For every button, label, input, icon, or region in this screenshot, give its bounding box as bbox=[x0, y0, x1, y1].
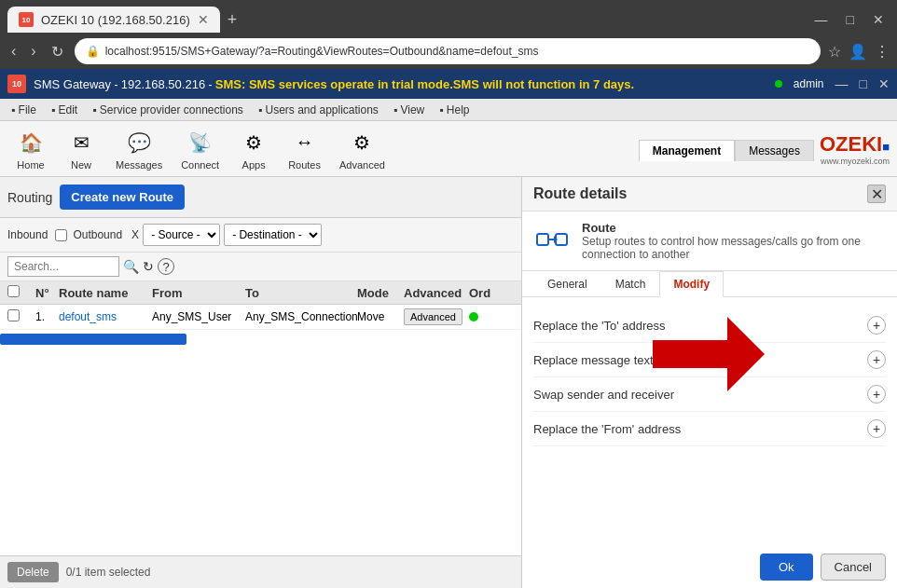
messages-tab-btn[interactable]: Messages bbox=[735, 140, 814, 161]
row-mode: Move bbox=[357, 310, 404, 323]
app-title: SMS Gateway - 192.168.50.216 - SMS: SMS … bbox=[34, 77, 634, 91]
row-from: Any_SMS_User bbox=[152, 310, 245, 323]
menu-edit[interactable]: ▪ Edit bbox=[44, 102, 85, 118]
menu-help[interactable]: ▪ Help bbox=[432, 102, 476, 118]
home-icon: 🏠 bbox=[16, 128, 46, 157]
route-name-link[interactable]: defout_sms bbox=[59, 310, 152, 323]
menu-view[interactable]: ▪ View bbox=[386, 102, 432, 118]
toolbar-advanced-btn[interactable]: ⚙ Advanced bbox=[332, 124, 393, 174]
route-details-header: Route details ✕ bbox=[522, 177, 897, 212]
toolbar-routes-btn[interactable]: ↔ Routes bbox=[281, 124, 328, 174]
new-tab-btn[interactable]: + bbox=[228, 10, 238, 30]
ok-btn[interactable]: Ok bbox=[760, 554, 813, 581]
outbound-x-btn[interactable]: X bbox=[131, 228, 139, 241]
toolbar-apps-btn[interactable]: ⚙ Apps bbox=[230, 124, 277, 174]
app-close-btn[interactable]: ✕ bbox=[878, 76, 890, 91]
new-label: New bbox=[71, 159, 91, 171]
toolbar: 🏠 Home ✉ New 💬 Messages 📡 Connect ⚙ bbox=[0, 121, 897, 177]
option-msg-btn[interactable]: + bbox=[867, 350, 886, 369]
create-route-btn[interactable]: Create new Route bbox=[60, 185, 185, 210]
admin-label: admin bbox=[794, 77, 824, 90]
menu-service[interactable]: ▪ Service provider connections bbox=[85, 102, 251, 118]
profile-btn[interactable]: 👤 bbox=[849, 43, 867, 61]
toolbar-connect-btn[interactable]: 📡 Connect bbox=[173, 124, 227, 174]
table-row: 1. defout_sms Any_SMS_User Any_SMS_Conne… bbox=[0, 305, 521, 330]
refresh-btn[interactable]: ↻ bbox=[143, 259, 154, 274]
route-desc: Setup routes to control how messages/cal… bbox=[582, 235, 862, 261]
svg-rect-0 bbox=[537, 234, 548, 245]
col-header-from: From bbox=[152, 286, 245, 300]
tab-modify[interactable]: Modify bbox=[659, 271, 724, 297]
ozeki-url: www.myozeki.com bbox=[820, 157, 890, 166]
app-minimize-btn[interactable]: — bbox=[835, 76, 849, 91]
col-header-n: N° bbox=[35, 286, 59, 300]
app-icon: 10 bbox=[7, 75, 26, 93]
connect-icon: 📡 bbox=[186, 128, 215, 157]
route-option-from-address: Replace the 'From' address + bbox=[533, 412, 886, 446]
tab-general[interactable]: General bbox=[533, 271, 601, 297]
bookmark-btn[interactable]: ☆ bbox=[828, 43, 841, 61]
search-input[interactable] bbox=[7, 256, 119, 277]
option-to-label: Replace the 'To' address bbox=[533, 319, 666, 333]
messages-icon: 💬 bbox=[124, 128, 154, 157]
option-from-btn[interactable]: + bbox=[867, 419, 886, 438]
search-btn[interactable]: 🔍 bbox=[123, 259, 139, 274]
option-from-label: Replace the 'From' address bbox=[533, 422, 681, 436]
destination-select[interactable]: - Destination - bbox=[224, 224, 322, 246]
tab-close-btn[interactable]: ✕ bbox=[198, 12, 209, 27]
lock-icon: 🔒 bbox=[86, 45, 100, 58]
management-tab-btn[interactable]: Management bbox=[639, 140, 735, 161]
col-header-to: To bbox=[245, 286, 357, 300]
apps-icon: ⚙ bbox=[239, 128, 269, 157]
browser-maximize-btn[interactable]: □ bbox=[841, 10, 860, 29]
tab-match[interactable]: Match bbox=[601, 271, 660, 297]
route-info-icon bbox=[533, 221, 571, 258]
toolbar-home-btn[interactable]: 🏠 Home bbox=[7, 124, 54, 174]
address-bar[interactable]: 🔒 localhost:9515/SMS+Gateway/?a=Routing&… bbox=[75, 38, 821, 64]
col-header-ord: Ord bbox=[469, 286, 497, 300]
source-select[interactable]: - Source - bbox=[143, 224, 220, 246]
row-checkbox[interactable] bbox=[7, 309, 20, 321]
toolbar-messages-btn[interactable]: 💬 Messages bbox=[108, 124, 170, 174]
ozeki-logo: OZEKI■ bbox=[820, 132, 890, 157]
forward-btn[interactable]: › bbox=[27, 41, 39, 62]
delete-btn[interactable]: Delete bbox=[7, 562, 59, 582]
menu-file[interactable]: ▪ File bbox=[4, 102, 44, 118]
routing-header: Routing Create new Route bbox=[0, 177, 521, 218]
search-bar: 🔍 ↻ ? bbox=[0, 253, 521, 281]
close-panel-btn[interactable]: ✕ bbox=[867, 185, 886, 203]
route-option-message-text: Replace message text + bbox=[533, 343, 886, 377]
routes-label: Routes bbox=[288, 159, 321, 171]
browser-close-btn[interactable]: ✕ bbox=[867, 10, 890, 29]
option-swap-label: Swap sender and receiver bbox=[533, 388, 674, 402]
advanced-row-btn[interactable]: Advanced bbox=[404, 308, 462, 325]
table-header: N° Route name From To Mode Advanced Ord bbox=[0, 281, 521, 305]
browser-minimize-btn[interactable]: — bbox=[809, 10, 834, 29]
browser-menu-btn[interactable]: ⋮ bbox=[875, 43, 890, 61]
app-maximize-btn[interactable]: □ bbox=[860, 76, 867, 91]
route-tabs: General Match Modify bbox=[522, 271, 897, 297]
route-content: Replace the 'To' address + Replace messa… bbox=[522, 297, 897, 546]
route-details-panel: Route details ✕ Route Setup bbox=[522, 177, 897, 588]
col-header-advanced: Advanced bbox=[404, 286, 469, 300]
filter-bar: Inbound Outbound X - Source - - Destinat… bbox=[0, 218, 521, 253]
cancel-btn[interactable]: Cancel bbox=[821, 554, 886, 581]
messages-label: Messages bbox=[116, 159, 162, 171]
help-btn[interactable]: ? bbox=[158, 258, 174, 275]
inbound-checkbox[interactable] bbox=[55, 229, 67, 241]
tab-favicon: 10 bbox=[19, 12, 34, 27]
option-msg-label: Replace message text bbox=[533, 353, 654, 367]
toolbar-new-btn[interactable]: ✉ New bbox=[58, 124, 104, 174]
select-all-checkbox[interactable] bbox=[7, 285, 20, 297]
back-btn[interactable]: ‹ bbox=[7, 41, 20, 62]
browser-tab[interactable]: 10 OZEKI 10 (192.168.50.216) ✕ bbox=[7, 7, 220, 33]
selected-count: 0/1 item selected bbox=[66, 566, 151, 579]
horizontal-scrollbar[interactable] bbox=[0, 334, 521, 345]
app-titlebar: 10 SMS Gateway - 192.168.50.216 - SMS: S… bbox=[0, 69, 897, 99]
menu-bar: ▪ File ▪ Edit ▪ Service provider connect… bbox=[0, 99, 897, 121]
bottom-bar: Delete 0/1 item selected bbox=[0, 555, 521, 588]
refresh-nav-btn[interactable]: ↻ bbox=[48, 41, 67, 62]
menu-users[interactable]: ▪ Users and applications bbox=[251, 102, 386, 118]
option-to-btn[interactable]: + bbox=[867, 316, 886, 335]
option-swap-btn[interactable]: + bbox=[867, 385, 886, 403]
